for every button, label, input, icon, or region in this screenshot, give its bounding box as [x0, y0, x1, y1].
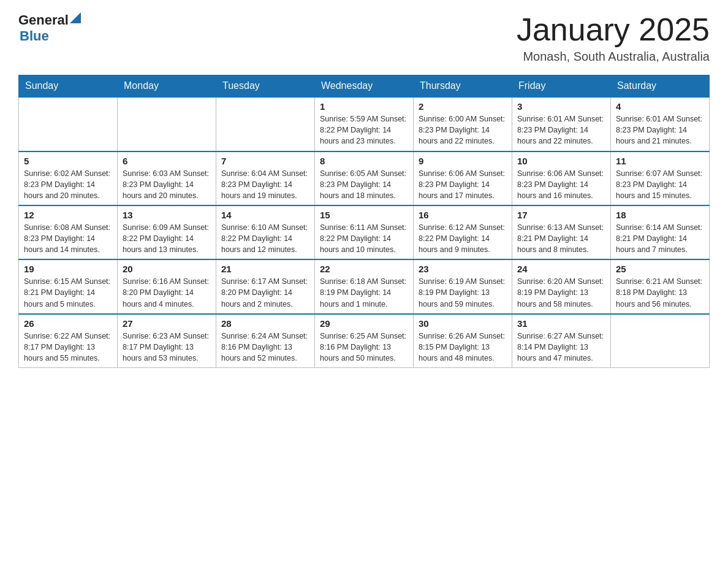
day-info: Sunrise: 6:21 AM Sunset: 8:18 PM Dayligh… [616, 276, 704, 309]
calendar-cell: 28Sunrise: 6:24 AM Sunset: 8:16 PM Dayli… [216, 314, 315, 368]
calendar-cell: 13Sunrise: 6:09 AM Sunset: 8:22 PM Dayli… [118, 205, 216, 259]
day-number: 14 [221, 210, 309, 220]
day-info: Sunrise: 6:23 AM Sunset: 8:17 PM Dayligh… [123, 331, 211, 364]
day-info: Sunrise: 6:15 AM Sunset: 8:21 PM Dayligh… [24, 276, 112, 309]
calendar-cell: 21Sunrise: 6:17 AM Sunset: 8:20 PM Dayli… [216, 259, 315, 313]
day-info: Sunrise: 6:01 AM Sunset: 8:23 PM Dayligh… [616, 113, 704, 147]
day-info: Sunrise: 6:08 AM Sunset: 8:23 PM Dayligh… [24, 222, 112, 255]
calendar-cell [611, 314, 710, 368]
calendar-week-row-2: 5Sunrise: 6:02 AM Sunset: 8:23 PM Daylig… [19, 151, 710, 205]
day-number: 11 [616, 156, 704, 166]
logo-text-blue: Blue [20, 28, 49, 44]
calendar-cell: 2Sunrise: 6:00 AM Sunset: 8:23 PM Daylig… [414, 97, 512, 151]
day-info: Sunrise: 6:18 AM Sunset: 8:19 PM Dayligh… [320, 276, 408, 309]
day-info: Sunrise: 6:17 AM Sunset: 8:20 PM Dayligh… [221, 276, 309, 309]
calendar-header-monday: Monday [118, 75, 216, 98]
day-number: 23 [419, 264, 507, 274]
day-number: 1 [320, 101, 408, 112]
day-info: Sunrise: 6:00 AM Sunset: 8:23 PM Dayligh… [419, 113, 507, 147]
calendar-cell: 24Sunrise: 6:20 AM Sunset: 8:19 PM Dayli… [512, 259, 611, 313]
calendar-cell [216, 97, 315, 151]
day-number: 18 [616, 210, 704, 220]
day-info: Sunrise: 6:04 AM Sunset: 8:23 PM Dayligh… [221, 168, 309, 201]
calendar-header-saturday: Saturday [611, 75, 710, 98]
day-number: 5 [24, 156, 112, 166]
calendar-header-sunday: Sunday [19, 75, 118, 98]
day-number: 22 [320, 264, 408, 274]
calendar-cell: 10Sunrise: 6:06 AM Sunset: 8:23 PM Dayli… [512, 151, 611, 205]
day-info: Sunrise: 6:27 AM Sunset: 8:14 PM Dayligh… [517, 331, 605, 364]
day-info: Sunrise: 6:10 AM Sunset: 8:22 PM Dayligh… [221, 222, 309, 255]
day-info: Sunrise: 6:24 AM Sunset: 8:16 PM Dayligh… [221, 331, 309, 364]
day-info: Sunrise: 6:07 AM Sunset: 8:23 PM Dayligh… [616, 168, 704, 201]
day-number: 19 [24, 264, 112, 274]
day-info: Sunrise: 6:16 AM Sunset: 8:20 PM Dayligh… [123, 276, 211, 309]
calendar-week-row-3: 12Sunrise: 6:08 AM Sunset: 8:23 PM Dayli… [19, 205, 710, 259]
calendar-cell: 16Sunrise: 6:12 AM Sunset: 8:22 PM Dayli… [414, 205, 512, 259]
logo-triangle-icon [70, 12, 81, 23]
day-number: 20 [123, 264, 211, 274]
page-subtitle: Monash, South Australia, Australia [517, 50, 710, 64]
day-number: 31 [517, 318, 605, 329]
day-info: Sunrise: 5:59 AM Sunset: 8:22 PM Dayligh… [320, 113, 408, 147]
day-number: 28 [221, 318, 309, 329]
calendar-cell: 4Sunrise: 6:01 AM Sunset: 8:23 PM Daylig… [611, 97, 710, 151]
calendar-cell: 17Sunrise: 6:13 AM Sunset: 8:21 PM Dayli… [512, 205, 611, 259]
page-header: General Blue January 2025 Monash, South … [18, 12, 710, 64]
calendar-header-friday: Friday [512, 75, 611, 98]
calendar-cell: 6Sunrise: 6:03 AM Sunset: 8:23 PM Daylig… [118, 151, 216, 205]
day-number: 4 [616, 101, 704, 112]
day-info: Sunrise: 6:13 AM Sunset: 8:21 PM Dayligh… [517, 222, 605, 255]
calendar-cell: 14Sunrise: 6:10 AM Sunset: 8:22 PM Dayli… [216, 205, 315, 259]
calendar-cell: 9Sunrise: 6:06 AM Sunset: 8:23 PM Daylig… [414, 151, 512, 205]
day-info: Sunrise: 6:25 AM Sunset: 8:16 PM Dayligh… [320, 331, 408, 364]
calendar-cell: 8Sunrise: 6:05 AM Sunset: 8:23 PM Daylig… [315, 151, 414, 205]
day-info: Sunrise: 6:12 AM Sunset: 8:22 PM Dayligh… [419, 222, 507, 255]
calendar-cell: 19Sunrise: 6:15 AM Sunset: 8:21 PM Dayli… [19, 259, 118, 313]
calendar-header-wednesday: Wednesday [315, 75, 414, 98]
day-number: 7 [221, 156, 309, 166]
calendar-cell: 5Sunrise: 6:02 AM Sunset: 8:23 PM Daylig… [19, 151, 118, 205]
day-info: Sunrise: 6:09 AM Sunset: 8:22 PM Dayligh… [123, 222, 211, 255]
day-number: 8 [320, 156, 408, 166]
calendar-cell: 3Sunrise: 6:01 AM Sunset: 8:23 PM Daylig… [512, 97, 611, 151]
day-info: Sunrise: 6:05 AM Sunset: 8:23 PM Dayligh… [320, 168, 408, 201]
calendar-cell: 12Sunrise: 6:08 AM Sunset: 8:23 PM Dayli… [19, 205, 118, 259]
day-info: Sunrise: 6:14 AM Sunset: 8:21 PM Dayligh… [616, 222, 704, 255]
day-number: 2 [419, 101, 507, 112]
calendar-week-row-1: 1Sunrise: 5:59 AM Sunset: 8:22 PM Daylig… [19, 97, 710, 151]
day-number: 30 [419, 318, 507, 329]
svg-marker-0 [70, 12, 81, 23]
logo-text-general: General [18, 12, 69, 28]
calendar-cell [118, 97, 216, 151]
day-number: 29 [320, 318, 408, 329]
day-info: Sunrise: 6:20 AM Sunset: 8:19 PM Dayligh… [517, 276, 605, 309]
calendar-cell: 27Sunrise: 6:23 AM Sunset: 8:17 PM Dayli… [118, 314, 216, 368]
day-number: 12 [24, 210, 112, 220]
calendar-table: SundayMondayTuesdayWednesdayThursdayFrid… [18, 75, 710, 368]
day-info: Sunrise: 6:01 AM Sunset: 8:23 PM Dayligh… [517, 113, 605, 147]
calendar-header-thursday: Thursday [414, 75, 512, 98]
calendar-cell: 15Sunrise: 6:11 AM Sunset: 8:22 PM Dayli… [315, 205, 414, 259]
day-info: Sunrise: 6:06 AM Sunset: 8:23 PM Dayligh… [419, 168, 507, 201]
calendar-cell: 11Sunrise: 6:07 AM Sunset: 8:23 PM Dayli… [611, 151, 710, 205]
calendar-week-row-5: 26Sunrise: 6:22 AM Sunset: 8:17 PM Dayli… [19, 314, 710, 368]
day-number: 21 [221, 264, 309, 274]
title-block: January 2025 Monash, South Australia, Au… [517, 12, 710, 64]
day-number: 3 [517, 101, 605, 112]
day-info: Sunrise: 6:26 AM Sunset: 8:15 PM Dayligh… [419, 331, 507, 364]
calendar-cell: 22Sunrise: 6:18 AM Sunset: 8:19 PM Dayli… [315, 259, 414, 313]
day-info: Sunrise: 6:19 AM Sunset: 8:19 PM Dayligh… [419, 276, 507, 309]
page-title: January 2025 [517, 12, 710, 47]
day-info: Sunrise: 6:11 AM Sunset: 8:22 PM Dayligh… [320, 222, 408, 255]
day-number: 6 [123, 156, 211, 166]
day-info: Sunrise: 6:02 AM Sunset: 8:23 PM Dayligh… [24, 168, 112, 201]
day-number: 25 [616, 264, 704, 274]
calendar-header-row: SundayMondayTuesdayWednesdayThursdayFrid… [19, 75, 710, 98]
day-number: 26 [24, 318, 112, 329]
calendar-cell: 31Sunrise: 6:27 AM Sunset: 8:14 PM Dayli… [512, 314, 611, 368]
calendar-week-row-4: 19Sunrise: 6:15 AM Sunset: 8:21 PM Dayli… [19, 259, 710, 313]
calendar-cell: 30Sunrise: 6:26 AM Sunset: 8:15 PM Dayli… [414, 314, 512, 368]
calendar-cell: 29Sunrise: 6:25 AM Sunset: 8:16 PM Dayli… [315, 314, 414, 368]
logo: General Blue [18, 12, 81, 44]
